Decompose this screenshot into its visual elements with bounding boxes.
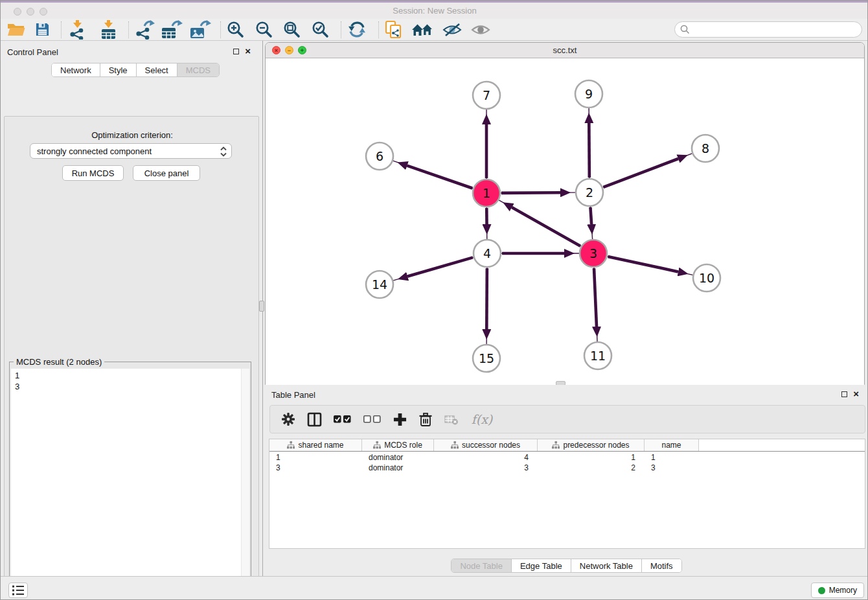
edge-2-8[interactable] [603, 154, 692, 187]
tab-network-table[interactable]: Network Table [571, 559, 642, 572]
delete-row-button[interactable] [414, 408, 437, 431]
edge-1-4[interactable] [486, 207, 487, 239]
export-table-button[interactable] [160, 19, 183, 40]
export-image-button[interactable] [188, 19, 212, 40]
network-close-button[interactable]: × [272, 46, 280, 54]
column-view-button[interactable] [303, 408, 326, 431]
clone-network-button[interactable] [382, 19, 405, 40]
table-cell[interactable]: 1 [645, 452, 699, 463]
graph-node-9[interactable]: 9 [575, 80, 602, 108]
node-label: 2 [586, 185, 593, 200]
criterion-select[interactable]: strongly connected component [30, 143, 232, 159]
graph-node-8[interactable]: 8 [692, 135, 719, 162]
edge-4-14[interactable] [393, 257, 474, 281]
graph-node-14[interactable]: 14 [366, 271, 393, 298]
panel-divider-handle[interactable] [259, 301, 264, 312]
zoom-fit-button[interactable] [280, 19, 304, 40]
graph-node-3[interactable]: 3 [580, 240, 607, 267]
column-header-shared-name[interactable]: shared name [269, 439, 362, 451]
network-zoom-button[interactable]: + [298, 46, 306, 54]
network-window-titlebar[interactable]: × − + scc.txt [266, 43, 864, 58]
table-row[interactable]: 1dominator411 [269, 452, 865, 463]
close-table-panel-icon[interactable]: × [853, 390, 859, 398]
toolbar-separator [378, 21, 379, 38]
edge-2-3[interactable] [590, 207, 592, 239]
import-network-button[interactable] [65, 19, 89, 40]
edge-3-10[interactable] [607, 257, 692, 275]
tab-node-table[interactable]: Node Table [451, 559, 512, 572]
column-header-successor-nodes[interactable]: successor nodes [434, 439, 538, 451]
add-row-button[interactable] [388, 408, 411, 431]
table-cell[interactable]: 3 [434, 463, 538, 473]
column-header-predecessor-nodes[interactable]: predecessor nodes [538, 439, 645, 451]
window-minimize-button[interactable] [27, 8, 34, 16]
tab-select[interactable]: Select [137, 63, 177, 76]
graph-node-1[interactable]: 1 [473, 179, 500, 207]
deselect-all-rows-button[interactable] [358, 408, 385, 431]
window-titlebar[interactable]: Session: New Session [1, 3, 868, 19]
zoom-in-icon [227, 21, 245, 39]
eye-icon [470, 22, 491, 38]
zoom-out-button[interactable] [253, 19, 276, 40]
tab-style[interactable]: Style [100, 63, 137, 76]
show-all-networks-button[interactable] [409, 19, 435, 40]
table-cell[interactable]: 3 [645, 463, 699, 473]
table-cell[interactable]: dominator [362, 452, 434, 463]
column-settings-button[interactable] [277, 408, 300, 431]
apply-function-button[interactable]: f(x) [466, 408, 498, 431]
edge-3-1[interactable] [499, 200, 581, 246]
table-row[interactable]: 3dominator323 [269, 463, 865, 473]
graph-node-7[interactable]: 7 [473, 82, 500, 109]
task-history-button[interactable] [8, 583, 28, 598]
edge-1-2[interactable] [501, 192, 575, 193]
edge-2-9[interactable] [589, 108, 589, 178]
graph-node-4[interactable]: 4 [474, 240, 501, 267]
import-table-button[interactable] [97, 19, 120, 40]
graph-node-10[interactable]: 10 [693, 264, 720, 292]
table-cell[interactable]: 4 [434, 452, 538, 463]
search-input[interactable] [674, 21, 862, 38]
save-session-button[interactable] [30, 19, 54, 40]
table-cell[interactable]: 2 [538, 463, 645, 473]
edge-3-11[interactable] [594, 268, 597, 341]
tab-edge-table[interactable]: Edge Table [512, 559, 571, 572]
result-scrollbar[interactable] [241, 369, 249, 600]
run-mcds-button[interactable]: Run MCDS [62, 165, 124, 181]
open-session-button[interactable] [5, 19, 28, 40]
network-canvas[interactable]: 7968124314101511 [266, 58, 864, 385]
edge-4-15[interactable] [486, 268, 487, 344]
float-table-panel-icon[interactable] [841, 391, 847, 397]
mcds-result-area[interactable]: 1 3 [11, 369, 249, 600]
graph-node-2[interactable]: 2 [576, 179, 603, 206]
graph-node-6[interactable]: 6 [366, 143, 393, 170]
hide-graphics-button[interactable] [439, 19, 465, 40]
edge-1-6[interactable] [393, 161, 473, 189]
show-graphics-button[interactable] [468, 19, 494, 40]
memory-button[interactable]: Memory [811, 583, 864, 598]
graph-node-15[interactable]: 15 [473, 345, 500, 372]
search-field[interactable] [674, 21, 862, 38]
zoom-selected-button[interactable] [309, 19, 332, 40]
tab-mcds[interactable]: MCDS [177, 63, 219, 76]
float-panel-icon[interactable] [233, 49, 239, 54]
status-bar: Memory [1, 576, 868, 600]
delete-column-button[interactable] [440, 408, 463, 431]
network-minimize-button[interactable]: − [285, 46, 293, 54]
table-cell[interactable]: 1 [538, 452, 645, 463]
export-network-button[interactable] [133, 19, 156, 40]
tab-motifs[interactable]: Motifs [642, 559, 681, 572]
select-all-rows-button[interactable] [328, 408, 356, 431]
zoom-in-button[interactable] [224, 19, 247, 40]
table-cell[interactable]: 1 [269, 452, 362, 463]
column-header-MCDS-role[interactable]: MCDS role [362, 439, 434, 451]
close-panel-button[interactable]: Close panel [133, 165, 200, 181]
tab-network[interactable]: Network [52, 63, 100, 76]
apply-layout-button[interactable] [345, 19, 369, 40]
window-zoom-button[interactable] [40, 8, 47, 16]
graph-node-11[interactable]: 11 [584, 342, 611, 369]
window-close-button[interactable] [14, 8, 21, 16]
table-cell[interactable]: dominator [362, 463, 434, 473]
close-panel-icon[interactable]: × [245, 47, 251, 55]
table-cell[interactable]: 3 [269, 463, 362, 473]
column-header-name[interactable]: name [645, 439, 699, 451]
